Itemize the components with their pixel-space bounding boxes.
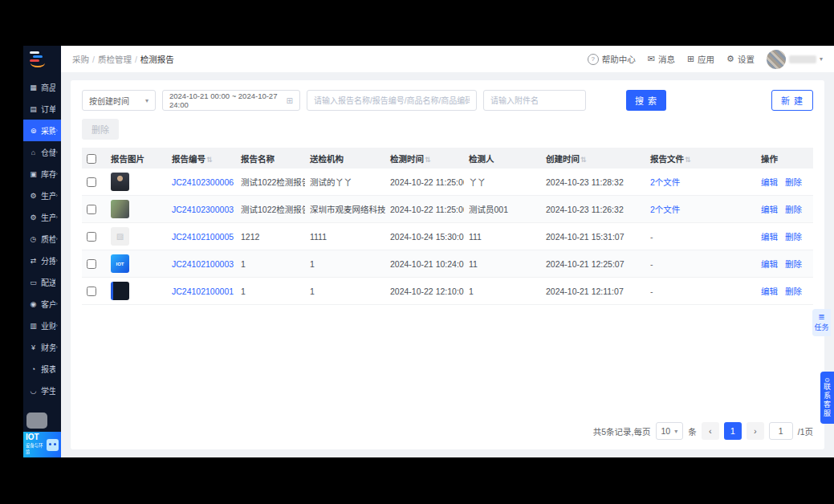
delete-link[interactable]: 删除: [785, 287, 802, 296]
delete-link[interactable]: 删除: [785, 177, 802, 187]
report-id-link[interactable]: JC24102100001: [172, 287, 234, 296]
chevron-right-icon: ›: [55, 170, 58, 177]
report-id-link[interactable]: JC24102300006: [172, 177, 234, 187]
row-checkbox[interactable]: [87, 177, 96, 187]
page-size-select[interactable]: 10 ▾: [656, 422, 684, 440]
sidebar-item-student-meal[interactable]: ◡ 学生餐 ›: [23, 380, 61, 401]
customers-icon: ◉: [28, 300, 39, 308]
report-files-link[interactable]: 2个文件: [650, 205, 680, 214]
row-checkbox[interactable]: [87, 205, 96, 214]
report-id-link[interactable]: JC24102100003: [172, 259, 234, 269]
settings-button[interactable]: ⚙ 设置: [726, 53, 755, 65]
filter-type-select[interactable]: 按创建时间 ▾: [82, 90, 156, 111]
student-meal-icon: ◡: [28, 387, 39, 395]
report-image[interactable]: ▨: [111, 227, 129, 246]
sidebar-item-purchase[interactable]: ⊚ 采购 ›: [23, 120, 61, 141]
edit-link[interactable]: 编辑: [761, 259, 778, 269]
report-image[interactable]: [111, 173, 129, 191]
apps-button[interactable]: ⊞ 应用: [687, 53, 714, 65]
production-1-icon: ⚙: [28, 192, 39, 200]
report-files-link[interactable]: 2个文件: [650, 177, 680, 187]
page-1-button[interactable]: 1: [724, 422, 742, 440]
sidebar-item-sorting[interactable]: ⇄ 分拣 ›: [23, 250, 61, 271]
page-jump-input[interactable]: [769, 422, 793, 440]
sidebar-item-delivery[interactable]: ▭ 配送 ›: [23, 271, 61, 293]
bulk-delete-button[interactable]: 删除: [82, 119, 119, 140]
col-report-files[interactable]: 报告文件⇅: [645, 148, 756, 169]
col-created-time[interactable]: 创建时间⇅: [541, 148, 645, 169]
delete-link[interactable]: 删除: [785, 205, 802, 214]
help-circle-icon: ?: [588, 54, 599, 65]
table-header-row: 报告图片 报告编号⇅ 报告名称 送检机构 检测时间⇅ 检测人 创建时间⇅ 报告文…: [82, 148, 813, 169]
sidebar-item-orders[interactable]: ▤ 订单 ›: [23, 98, 61, 120]
report-name: 测试1022检测报告: [236, 169, 305, 196]
breadcrumb-qc-management[interactable]: 质检管理: [98, 55, 132, 64]
chevron-right-icon: ›: [55, 300, 58, 307]
report-card: 按创建时间 ▾ 2024-10-21 00:00 ~ 2024-10-27 24…: [71, 80, 824, 449]
sidebar-item-customers[interactable]: ◉ 客户 ›: [23, 293, 61, 315]
row-checkbox[interactable]: [87, 259, 96, 269]
sort-icon[interactable]: ⇅: [580, 156, 587, 164]
sidebar-item-stock[interactable]: ▣ 库存 ›: [23, 163, 61, 185]
attachment-name-input[interactable]: [483, 90, 586, 111]
report-id-link[interactable]: JC24102300003: [172, 205, 234, 214]
help-center-button[interactable]: ? 帮助中心: [588, 53, 636, 65]
select-all-checkbox[interactable]: [87, 154, 96, 164]
report-image[interactable]: [111, 282, 129, 300]
edit-link[interactable]: 编辑: [761, 177, 778, 187]
date-range-input[interactable]: 2024-10-21 00:00 ~ 2024-10-27 24:00 ⊞: [162, 90, 300, 111]
report-table: 报告图片 报告编号⇅ 报告名称 送检机构 检测时间⇅ 检测人 创建时间⇅ 报告文…: [82, 148, 813, 305]
sort-icon[interactable]: ⇅: [425, 156, 431, 164]
report-image[interactable]: IOT: [111, 254, 129, 273]
row-checkbox[interactable]: [87, 287, 96, 296]
tester: 测试员001: [464, 196, 541, 223]
top-bar: 采购/质检管理/检测报告 ? 帮助中心 ✉ 消息 ⊞ 应用: [61, 46, 834, 72]
row-checkbox[interactable]: [87, 232, 96, 242]
sidebar-item-reports[interactable]: ◔ 报表 ›: [23, 358, 61, 380]
edit-link[interactable]: 编辑: [761, 287, 778, 296]
prev-page-button[interactable]: ‹: [702, 422, 719, 440]
col-report-name: 报告名称: [236, 148, 305, 169]
test-time: 2024-10-22 12:10:00: [385, 278, 464, 305]
iot-brand: IOT: [26, 433, 45, 441]
sort-icon[interactable]: ⇅: [206, 156, 213, 164]
report-id-link[interactable]: JC24102100005: [172, 232, 234, 242]
task-panel-tab[interactable]: ≣ 任务: [812, 309, 831, 336]
create-button[interactable]: 新 建: [771, 90, 813, 111]
table-row: ▨ JC24102100005 1212 1111 2024-10-24 15:…: [82, 223, 813, 250]
sidebar-item-production-1[interactable]: ⚙ 生产 ›: [23, 185, 61, 206]
test-time: 2024-10-22 11:25:00: [385, 169, 464, 196]
content-area: 按创建时间 ▾ 2024-10-21 00:00 ~ 2024-10-27 24…: [61, 72, 834, 457]
search-button[interactable]: 搜 索: [626, 90, 666, 111]
delete-link[interactable]: 删除: [785, 259, 802, 269]
qc-icon: ◷: [28, 235, 39, 243]
user-menu[interactable]: ▾: [767, 50, 823, 69]
message-bell-icon: ✉: [648, 54, 655, 64]
next-page-button[interactable]: ›: [747, 422, 764, 440]
chevron-down-icon: ▾: [145, 97, 148, 104]
report-image[interactable]: [111, 200, 129, 218]
chevron-right-icon: ›: [55, 127, 58, 134]
breadcrumb-test-report: 检测报告: [140, 55, 174, 64]
delete-link[interactable]: 删除: [785, 232, 802, 242]
breadcrumb-purchase[interactable]: 采购: [72, 55, 89, 64]
edit-link[interactable]: 编辑: [761, 232, 778, 242]
keyword-search-input[interactable]: [307, 90, 477, 111]
settings-gear-icon: ⚙: [726, 54, 734, 64]
sidebar-item-biz-finance[interactable]: ▥ 业财 ›: [23, 315, 61, 336]
sidebar-item-finance[interactable]: ¥ 财务 ›: [23, 336, 61, 358]
col-test-time[interactable]: 检测时间⇅: [385, 148, 464, 169]
sort-icon[interactable]: ⇅: [685, 156, 691, 164]
iot-brand-sub: 设备与环境: [26, 442, 43, 455]
messages-button[interactable]: ✉ 消息: [648, 53, 675, 65]
contact-service-tab[interactable]: ⊙ 联系客服: [820, 372, 834, 424]
col-report-id[interactable]: 报告编号⇅: [167, 148, 236, 169]
col-report-image: 报告图片: [106, 148, 167, 169]
chevron-down-icon: ▾: [674, 428, 677, 435]
edit-link[interactable]: 编辑: [761, 205, 778, 214]
sidebar-item-production-2[interactable]: ⚙ 生产 ›: [23, 206, 61, 228]
sidebar-item-goods[interactable]: ▦ 商品 ›: [23, 76, 61, 98]
table-row: IOT JC24102100003 1 1 2024-10-21 10:24:0…: [82, 250, 813, 278]
sidebar-item-warehouse[interactable]: ⌂ 仓储 ›: [23, 141, 61, 163]
sidebar-item-qc[interactable]: ◷ 质检 ›: [23, 228, 61, 250]
